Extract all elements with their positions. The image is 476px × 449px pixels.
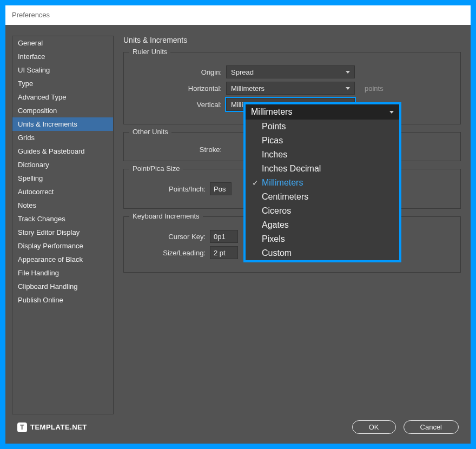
dropdown-option-label: Custom [262,248,292,258]
dropdown-option-label: Inches Decimal [262,164,321,174]
sidebar-item[interactable]: Publish Online [12,293,113,307]
chevron-down-icon [346,71,350,74]
label-vertical: Vertical: [131,101,226,109]
sidebar-item[interactable]: Spelling [12,171,113,185]
dropdown-option-label: Inches [262,150,287,160]
label-points-inch: Points/Inch: [131,185,210,193]
points-inch-input[interactable]: Pos [210,182,232,195]
horizontal-value: Millimeters [231,84,265,93]
sidebar-item[interactable]: Advanced Type [12,90,113,104]
horizontal-dropdown[interactable]: Millimeters [226,82,355,95]
label-origin: Origin: [131,68,226,76]
sidebar-item[interactable]: UI Scaling [12,63,113,77]
sidebar-item[interactable]: General [12,36,113,50]
dropdown-current[interactable]: Millimeters [246,104,399,120]
sidebar-item[interactable]: Guides & Pasteboard [12,144,113,158]
dropdown-option-label: Agates [262,220,289,230]
sidebar-item[interactable]: Display Performance [12,239,113,253]
dropdown-option-label: Ciceros [262,206,291,216]
size-leading-input[interactable]: 2 pt [210,246,238,259]
origin-dropdown[interactable]: Spread [226,65,355,78]
dropdown-option[interactable]: Agates [246,218,399,232]
dropdown-option[interactable]: Points [246,120,399,134]
preferences-window: Preferences GeneralInterfaceUI ScalingTy… [5,5,471,444]
dropdown-option[interactable]: Centimeters [246,190,399,204]
logo-icon: T [17,422,27,432]
check-icon: ✓ [252,179,262,187]
section-label-keyboard-increments: Keyboard Increments [129,212,203,220]
chevron-down-icon [389,111,394,114]
sidebar-item[interactable]: Notes [12,199,113,212]
sidebar-item[interactable]: Autocorrect [12,185,113,199]
sidebar-item[interactable]: Clipboard Handling [12,280,113,293]
dropdown-option[interactable]: Pixels [246,232,399,246]
dropdown-option[interactable]: Ciceros [246,204,399,218]
section-label-point-pica: Point/Pica Size [129,164,183,173]
sidebar-item[interactable]: Interface [12,50,113,63]
footer: T TEMPLATE.NET OK Cancel [5,420,471,434]
sidebar-item[interactable]: Dictionary [12,158,113,171]
sidebar-item[interactable]: Units & Increments [12,117,113,131]
dropdown-option[interactable]: ✓Millimeters [246,176,399,190]
label-stroke: Stroke: [131,146,226,154]
label-size-leading: Size/Leading: [131,249,210,257]
dropdown-current-label: Millimeters [251,107,292,117]
sidebar-item[interactable]: Track Changes [12,212,113,226]
ok-button[interactable]: OK [352,420,396,434]
dropdown-option[interactable]: Inches [246,148,399,162]
logo-text: TEMPLATE.NET [30,423,87,431]
window-title: Preferences [5,5,471,25]
dropdown-option-label: Millimeters [262,178,303,188]
panel-title: Units & Increments [123,36,461,44]
logo: T TEMPLATE.NET [17,422,87,432]
sidebar-item[interactable]: Story Editor Display [12,226,113,239]
sidebar: GeneralInterfaceUI ScalingTypeAdvanced T… [12,36,114,414]
dropdown-option-label: Picas [262,136,283,146]
cancel-button[interactable]: Cancel [404,420,459,434]
sidebar-item[interactable]: Appearance of Black [12,253,113,266]
sidebar-item[interactable]: Type [12,77,113,90]
section-label-ruler-units: Ruler Units [129,48,170,56]
horizontal-suffix: points [365,84,384,93]
sidebar-item[interactable]: Grids [12,131,113,144]
sidebar-item[interactable]: File Handling [12,266,113,280]
vertical-units-dropdown-list: Millimeters PointsPicasInchesInches Deci… [243,102,401,262]
cursor-key-input[interactable]: 0p1 [210,230,238,243]
dropdown-option-label: Centimeters [262,192,308,202]
dropdown-option[interactable]: Custom [246,246,399,260]
label-horizontal: Horizontal: [131,84,226,93]
chevron-down-icon [346,87,350,90]
origin-value: Spread [231,68,254,76]
dropdown-option[interactable]: Inches Decimal [246,162,399,176]
dropdown-option[interactable]: Picas [246,134,399,148]
dropdown-option-label: Pixels [262,234,285,244]
label-cursor-key: Cursor Key: [131,233,210,241]
dropdown-option-label: Points [262,122,286,131]
sidebar-item[interactable]: Composition [12,104,113,117]
section-label-other-units: Other Units [129,128,171,136]
